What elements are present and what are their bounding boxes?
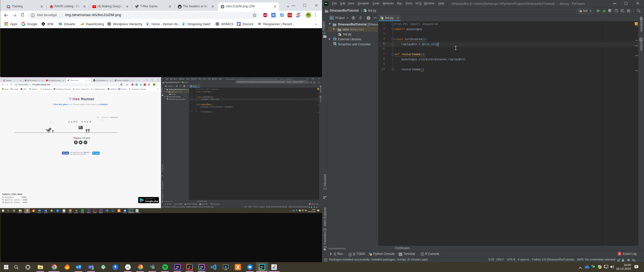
svg-text:文: 文 bbox=[121, 84, 122, 86]
svg-text:PS: PS bbox=[176, 266, 179, 268]
svg-text:⚙: ⚙ bbox=[147, 24, 148, 25]
svg-text:3!: 3! bbox=[21, 89, 22, 90]
svg-text:R: R bbox=[211, 203, 212, 205]
svg-text:C: C bbox=[225, 266, 227, 269]
svg-text:PS: PS bbox=[88, 210, 90, 211]
svg-text:IJ: IJ bbox=[94, 210, 95, 211]
svg-text:DG: DG bbox=[100, 210, 102, 211]
svg-text:O: O bbox=[38, 210, 39, 211]
svg-text:DG: DG bbox=[200, 266, 203, 268]
svg-text:T: T bbox=[89, 266, 91, 269]
svg-text:⚙: ⚙ bbox=[91, 89, 92, 90]
svg-text:3!: 3! bbox=[43, 23, 44, 25]
svg-text:G+: G+ bbox=[84, 142, 87, 143]
svg-text:T: T bbox=[45, 210, 45, 211]
svg-text:IJ: IJ bbox=[189, 266, 190, 268]
svg-text:F: F bbox=[140, 84, 141, 85]
svg-text:O: O bbox=[76, 266, 78, 269]
svg-text:⚙: ⚙ bbox=[183, 24, 184, 25]
svg-text:⚙: ⚙ bbox=[73, 89, 74, 90]
svg-text:ABP: ABP bbox=[263, 14, 267, 16]
svg-text:PC: PC bbox=[260, 266, 263, 268]
svg-text:R: R bbox=[422, 253, 423, 255]
svg-text:F: F bbox=[281, 14, 283, 17]
svg-text:ABP: ABP bbox=[132, 84, 134, 85]
svg-text:PC: PC bbox=[130, 210, 132, 211]
